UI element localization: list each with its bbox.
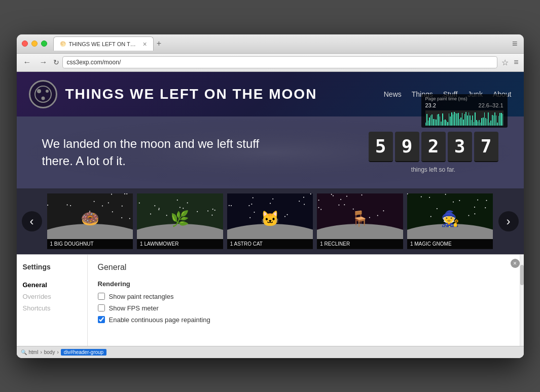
svg-point-4 [126,193,127,194]
carousel-item[interactable]: 🪑1 RECLINER [317,193,403,249]
svg-point-16 [93,201,94,202]
svg-point-83 [421,196,422,197]
paint-bar [450,116,451,125]
paint-bar [479,120,480,126]
settings-menu-button[interactable]: ≡ [513,57,519,68]
svg-point-69 [362,194,363,195]
svg-point-15 [121,205,122,206]
close-button[interactable] [22,41,28,47]
enable-continuous-repainting-checkbox[interactable] [98,316,105,323]
show-paint-rectangles-label: Show paint rectangles [109,293,174,300]
paint-bar [436,120,437,126]
forward-button[interactable]: → [37,57,50,68]
paint-bar [490,121,491,125]
paint-bar [475,112,476,125]
carousel-section: ‹ 🍩1 BIG DOUGHNUT🌿1 LAWNMOWER🐱1 ASTRO CA… [17,188,524,254]
svg-point-82 [486,200,487,201]
new-tab-button[interactable]: + [154,39,164,48]
paint-bar [446,121,447,126]
svg-point-56 [318,207,319,208]
svg-point-80 [468,215,469,216]
svg-point-34 [197,211,198,212]
paint-bar [447,122,448,126]
tab-close-icon[interactable]: × [143,40,147,48]
svg-point-39 [249,217,250,218]
svg-text:🐱: 🐱 [261,209,280,227]
paint-bar [454,112,455,125]
svg-point-86 [430,216,431,217]
site-title: THINGS WE LEFT ON THE MOON [65,86,317,102]
svg-point-11 [129,218,130,219]
maximize-button[interactable] [41,41,47,47]
tab-bar: 🌕 THINGS WE LEFT ON THE M × + [53,36,511,51]
browser-window: 🌕 THINGS WE LEFT ON THE M × + ≡ ← → ↻ ☆ … [17,34,524,358]
svg-point-51 [248,205,249,206]
svg-point-67 [353,208,354,209]
sidebar-item-general[interactable]: General [23,279,81,291]
svg-point-81 [453,201,454,202]
carousel-item-label: 1 LAWNMOWER [137,239,223,249]
carousel-item-label: 1 BIG DOUGHNUT [47,239,133,249]
devtools-scrollbar[interactable] [520,255,524,346]
carousel-prev-button[interactable]: ‹ [22,211,42,231]
refresh-button[interactable]: ↻ [53,58,59,66]
scrollbar-thumb [520,265,524,285]
status-html-tag[interactable]: html [29,349,39,355]
show-fps-meter-checkbox[interactable] [98,304,105,311]
carousel-next-button[interactable]: › [498,211,519,231]
svg-point-57 [320,209,321,210]
enable-continuous-repainting-label: Enable continuous page repainting [109,316,210,324]
paint-bar [476,120,477,125]
paint-bar [459,119,460,125]
bookmark-button[interactable]: ☆ [500,57,510,68]
sidebar-item-shortcuts[interactable]: Shortcuts [23,302,81,314]
devtools-close-button[interactable]: × [511,259,520,268]
svg-point-12 [66,204,67,205]
minimize-button[interactable] [31,41,38,47]
paint-bar [460,117,461,125]
devtools-content: Settings General Overrides Shortcuts Gen… [17,255,524,346]
paint-bar [458,113,459,125]
carousel-item-label: 1 ASTRO CAT [227,239,313,249]
paint-bar [444,120,445,126]
svg-point-25 [211,214,212,215]
svg-point-58 [333,195,334,196]
title-bar: 🌕 THINGS WE LEFT ON THE M × + ≡ [17,34,524,54]
paint-bar [465,112,466,125]
counter-digit: 3 [448,132,472,162]
svg-point-62 [377,215,378,216]
paint-bar [435,119,436,126]
web-content: THINGS WE LEFT ON THE MOON News Things S… [17,72,524,254]
counter-digit: 7 [474,132,498,162]
svg-point-38 [284,216,285,217]
carousel-item[interactable]: 🐱1 ASTRO CAT [227,193,313,249]
address-bar[interactable] [62,56,498,68]
devtools-sidebar: Settings General Overrides Shortcuts [17,255,88,346]
carousel-item[interactable]: 🍩1 BIG DOUGHNUT [47,193,133,249]
status-body-tag[interactable]: body [44,349,55,355]
paint-title: Page paint time (ms) [425,96,503,101]
carousel-item[interactable]: 🧙1 MAGIC GNOME [407,193,493,249]
svg-point-61 [331,193,332,194]
svg-point-52 [254,211,255,212]
paint-bar [487,119,488,125]
paint-bar [451,112,452,125]
paint-label: Page paint time (ms) [425,96,467,101]
window-controls [22,41,47,47]
site-header: THINGS WE LEFT ON THE MOON News Things S… [17,72,524,116]
svg-point-68 [318,200,319,201]
svg-point-13 [112,211,113,212]
svg-point-32 [187,202,188,203]
option-continuous-repainting: Enable continuous page repainting [98,316,510,324]
nav-news[interactable]: News [384,90,402,98]
browser-tab[interactable]: 🌕 THINGS WE LEFT ON THE M × [53,36,154,51]
show-paint-rectangles-checkbox[interactable] [98,293,105,300]
sidebar-item-overrides[interactable]: Overrides [23,291,81,302]
status-active-element[interactable]: div#header-group [61,349,106,356]
navigation-bar: ← → ↻ ☆ ≡ [17,54,524,72]
browser-menu-button[interactable]: ≡ [511,37,519,50]
carousel-item[interactable]: 🌿1 LAWNMOWER [137,193,223,249]
svg-point-50 [310,193,311,194]
paint-bar [428,121,429,126]
back-button[interactable]: ← [21,57,34,68]
